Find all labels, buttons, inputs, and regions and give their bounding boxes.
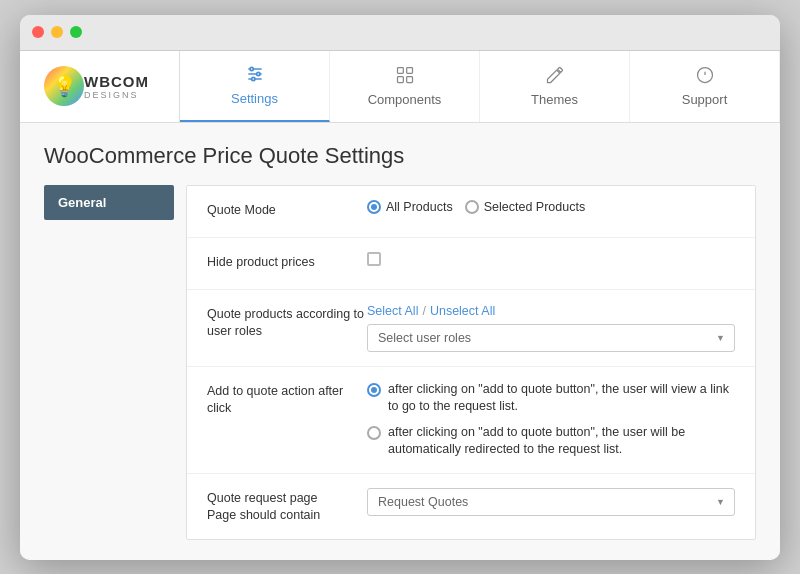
action-option-1-text: after clicking on "add to quote button",… xyxy=(388,381,735,416)
settings-icon xyxy=(245,64,265,87)
setting-row-user-roles: Quote products according to user roles S… xyxy=(187,290,755,367)
brand-name: WBCOM xyxy=(84,73,149,90)
svg-rect-6 xyxy=(397,68,403,74)
radio-all-products-label: All Products xyxy=(386,200,453,214)
sidebar-item-general-label: General xyxy=(58,195,106,210)
setting-row-request-page: Quote request page Page should contain R… xyxy=(187,474,755,539)
brand-logo-icon: 💡 xyxy=(44,66,84,106)
tab-support-label: Support xyxy=(682,92,728,107)
support-icon xyxy=(695,65,715,88)
quote-mode-radio-group: All Products Selected Products xyxy=(367,200,735,214)
brand-logo-area: 💡 WBCOM DESIGNS xyxy=(20,51,180,122)
request-page-label: Quote request page Page should contain xyxy=(207,488,367,525)
svg-rect-9 xyxy=(406,77,412,83)
minimize-button[interactable] xyxy=(51,26,63,38)
radio-all-products[interactable]: All Products xyxy=(367,200,453,214)
components-icon xyxy=(395,65,415,88)
app-window: 💡 WBCOM DESIGNS Settings xyxy=(20,15,780,560)
action-after-click-label: Add to quote action after click xyxy=(207,381,367,418)
sidebar: General xyxy=(44,185,174,540)
user-roles-links: Select All / Unselect All xyxy=(367,304,735,318)
action-option-2-text: after clicking on "add to quote button",… xyxy=(388,424,735,459)
user-roles-select[interactable]: Select user roles xyxy=(367,324,735,352)
main-layout: General Quote Mode All Products xyxy=(44,185,756,540)
link-divider: / xyxy=(422,304,425,318)
request-page-select-wrapper: Request Quotes xyxy=(367,488,735,516)
action-options: after clicking on "add to quote button",… xyxy=(367,381,735,459)
svg-point-4 xyxy=(256,72,259,75)
quote-mode-label: Quote Mode xyxy=(207,200,367,220)
unselect-all-link[interactable]: Unselect All xyxy=(430,304,495,318)
maximize-button[interactable] xyxy=(70,26,82,38)
tab-themes[interactable]: Themes xyxy=(480,51,630,122)
user-roles-select-wrapper: Select user roles xyxy=(367,324,735,352)
navbar: 💡 WBCOM DESIGNS Settings xyxy=(20,51,780,123)
hide-prices-label: Hide product prices xyxy=(207,252,367,272)
action-after-click-control: after clicking on "add to quote button",… xyxy=(367,381,735,459)
tab-settings-label: Settings xyxy=(231,91,278,106)
radio-selected-products[interactable]: Selected Products xyxy=(465,200,585,214)
tab-components[interactable]: Components xyxy=(330,51,480,122)
traffic-lights xyxy=(32,26,82,38)
sidebar-item-general[interactable]: General xyxy=(44,185,174,220)
tab-settings[interactable]: Settings xyxy=(180,51,330,122)
radio-selected-products-circle xyxy=(465,200,479,214)
brand-text: WBCOM DESIGNS xyxy=(84,73,149,100)
close-button[interactable] xyxy=(32,26,44,38)
request-page-label-text: Quote request page xyxy=(207,491,318,505)
settings-panel: Quote Mode All Products Selected Product… xyxy=(186,185,756,540)
hide-prices-checkbox[interactable] xyxy=(367,252,381,266)
tab-support[interactable]: Support xyxy=(630,51,780,122)
nav-tabs: Settings Components xyxy=(180,51,780,122)
svg-point-5 xyxy=(251,77,254,80)
titlebar xyxy=(20,15,780,51)
svg-rect-8 xyxy=(397,77,403,83)
select-all-link[interactable]: Select All xyxy=(367,304,418,318)
action-option-2[interactable]: after clicking on "add to quote button",… xyxy=(367,424,735,459)
content-area: WooCommerce Price Quote Settings General… xyxy=(20,123,780,560)
radio-all-products-circle xyxy=(367,200,381,214)
request-page-select[interactable]: Request Quotes xyxy=(367,488,735,516)
setting-row-hide-prices: Hide product prices xyxy=(187,238,755,290)
action-option-1[interactable]: after clicking on "add to quote button",… xyxy=(367,381,735,416)
brand-subtitle: DESIGNS xyxy=(84,90,149,100)
setting-row-quote-mode: Quote Mode All Products Selected Product… xyxy=(187,186,755,238)
user-roles-control: Select All / Unselect All Select user ro… xyxy=(367,304,735,352)
themes-icon xyxy=(545,65,565,88)
hide-prices-control xyxy=(367,252,735,266)
user-roles-label: Quote products according to user roles xyxy=(207,304,367,341)
setting-row-action-after-click: Add to quote action after click after cl… xyxy=(187,367,755,474)
svg-rect-7 xyxy=(406,68,412,74)
svg-point-3 xyxy=(250,67,253,70)
request-page-control: Request Quotes xyxy=(367,488,735,516)
tab-themes-label: Themes xyxy=(531,92,578,107)
tab-components-label: Components xyxy=(368,92,442,107)
action-radio-2 xyxy=(367,426,381,440)
radio-selected-products-label: Selected Products xyxy=(484,200,585,214)
action-radio-1 xyxy=(367,383,381,397)
request-page-sublabel-text: Page should contain xyxy=(207,508,320,522)
page-title: WooCommerce Price Quote Settings xyxy=(44,143,756,169)
quote-mode-control: All Products Selected Products xyxy=(367,200,735,214)
